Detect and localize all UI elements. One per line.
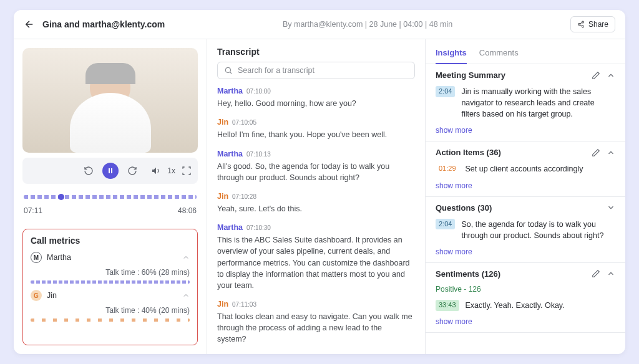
page-title: Gina and martha@klenty.com [42,19,165,29]
forward-icon[interactable] [127,166,137,176]
speaker-row[interactable]: M Martha [31,252,190,263]
tab-comments[interactable]: Comments [479,44,519,64]
transcript-turn[interactable]: Martha07:10:13All's good. So, the agenda… [217,148,412,183]
svg-point-0 [582,21,583,23]
turn-text: Hello! I'm fine, thank you. Hope you've … [217,129,412,140]
edit-icon[interactable] [592,148,600,157]
transcript-turn[interactable]: Martha07:10:30This is the ABC Sales Suit… [217,222,412,291]
transcript-turn[interactable]: Jin07:10:28Yeah, sure. Let's do this. [217,191,412,214]
turn-timestamp: 07:10:13 [246,150,271,160]
timestamp-chip[interactable]: 2:04 [436,86,455,97]
fullscreen-icon[interactable] [182,166,192,176]
call-metrics-panel: Call metrics M Martha Talk time : 60% (2… [22,229,198,345]
transcript-turn[interactable]: Jin07:10:05Hello! I'm fine, thank you. H… [217,117,412,140]
search-icon [224,66,233,75]
svg-point-2 [582,26,583,27]
speed-label[interactable]: 1x [167,166,175,175]
svg-point-1 [578,24,580,26]
play-pause-button[interactable] [102,163,119,179]
right-tabs: Insights Comments [426,39,625,64]
page-meta: By martha@klenty.com | 28 June | 04:00 |… [172,20,563,29]
insight-sections[interactable]: Meeting Summary 2:04Jin is manually work… [426,64,625,354]
timestamp-chip[interactable]: 33:43 [436,300,459,311]
turn-timestamp: 07:10:30 [246,224,271,233]
speaker-name: Martha [47,253,71,262]
turn-text: All's good. So, the agenda for today is … [217,161,412,183]
chevron-up-icon[interactable] [607,71,615,80]
video-thumbnail[interactable] [22,48,198,153]
insight-item[interactable]: 33:43Exactly. Yeah. Exactly. Okay. [436,300,615,311]
transcript-search-input[interactable]: Search for a transcript [217,62,415,79]
talk-time-label: Talk time : 40% (20 mins) [31,306,190,315]
pause-icon [107,167,114,175]
turn-text: This is the ABC Sales Suite dashboard. I… [217,234,412,291]
insight-section: Action Items (36) 01:29Set up client acc… [426,141,625,196]
timeline[interactable]: 07:11 48:06 [22,195,198,215]
turn-speaker: Martha [217,85,243,97]
section-header[interactable]: Action Items (36) [436,148,615,157]
chevron-up-icon[interactable] [607,269,615,278]
header: Gina and martha@klenty.com By martha@kle… [14,10,625,39]
section-header[interactable]: Meeting Summary [436,70,615,80]
share-icon [577,21,585,28]
turn-speaker: Martha [217,222,243,233]
tab-insights[interactable]: Insights [436,44,467,64]
insight-text: Exactly. Yeah. Exactly. Okay. [466,300,565,311]
insight-item[interactable]: 2:04So, the agenda for today is to walk … [436,219,615,241]
timestamp-chip[interactable]: 2:04 [436,219,455,230]
app-card: Gina and martha@klenty.com By martha@kle… [14,10,625,354]
back-arrow-icon[interactable] [24,19,35,30]
chevron-down-icon[interactable] [607,203,615,212]
speaker-name: Jin [47,291,57,300]
avatar: G [31,290,42,301]
video-panel: 1x 07:11 48:06 [14,39,207,220]
section-title: Sentiments (126) [436,269,500,279]
insight-section: Questions (30) 2:04So, the agenda for to… [426,197,625,263]
turn-speaker: Jin [217,299,228,310]
turn-text: That looks clean and easy to navigate. C… [217,311,412,345]
section-title: Action Items (36) [436,148,501,157]
insight-item[interactable]: 01:29Set up client accounts accordingly [436,163,615,175]
transcript-turn[interactable]: Martha07:10:00Hey, hello. Good morning, … [217,85,412,109]
section-header[interactable]: Questions (30) [436,203,615,213]
svg-point-5 [225,67,230,72]
share-button[interactable]: Share [570,16,615,32]
transcript-list[interactable]: Martha07:10:00Hey, hello. Good morning, … [217,85,415,352]
section-title: Meeting Summary [436,70,505,80]
turn-speaker: Martha [217,148,243,160]
transcript-turn[interactable]: Jin07:11:03That looks clean and easy to … [217,299,412,345]
turn-speaker: Jin [217,117,228,128]
chevron-up-icon[interactable] [182,254,190,261]
transcript-title: Transcript [217,47,415,57]
turn-timestamp: 07:10:00 [246,87,271,97]
sentiment-sub: Positive - 126 [436,285,615,294]
show-more-link[interactable]: show more [436,181,615,190]
speaker-row[interactable]: G Jin [31,290,190,301]
talk-time-label: Talk time : 60% (28 mins) [31,268,190,277]
insight-item[interactable]: 2:04Jin is manually working with the sal… [436,86,615,120]
insight-section: Sentiments (126) Positive - 12633:43Exac… [426,263,625,333]
insight-text: Jin is manually working with the sales n… [461,86,615,120]
rewind-icon[interactable] [84,166,94,176]
chevron-up-icon[interactable] [182,292,190,299]
time-current: 07:11 [24,206,42,215]
timestamp-chip[interactable]: 01:29 [436,163,459,175]
volume-icon[interactable] [151,166,161,176]
insight-text: Set up client accounts accordingly [466,163,583,175]
show-more-link[interactable]: show more [436,126,615,135]
section-header[interactable]: Sentiments (126) [436,269,615,279]
edit-icon[interactable] [592,269,600,278]
chevron-up-icon[interactable] [607,148,615,157]
speaker-waveform [31,318,190,322]
edit-icon[interactable] [592,71,600,80]
turn-timestamp: 07:10:05 [232,118,256,128]
turn-text: Hey, hello. Good morning, how are you? [217,98,412,109]
avatar: M [31,252,42,263]
metrics-title: Call metrics [31,236,190,246]
show-more-link[interactable]: show more [436,317,615,326]
turn-timestamp: 07:11:03 [232,300,256,310]
turn-text: Yeah, sure. Let's do this. [217,203,412,214]
show-more-link[interactable]: show more [436,247,615,256]
insight-section: Meeting Summary 2:04Jin is manually work… [426,64,625,141]
turn-timestamp: 07:10:28 [232,193,256,202]
